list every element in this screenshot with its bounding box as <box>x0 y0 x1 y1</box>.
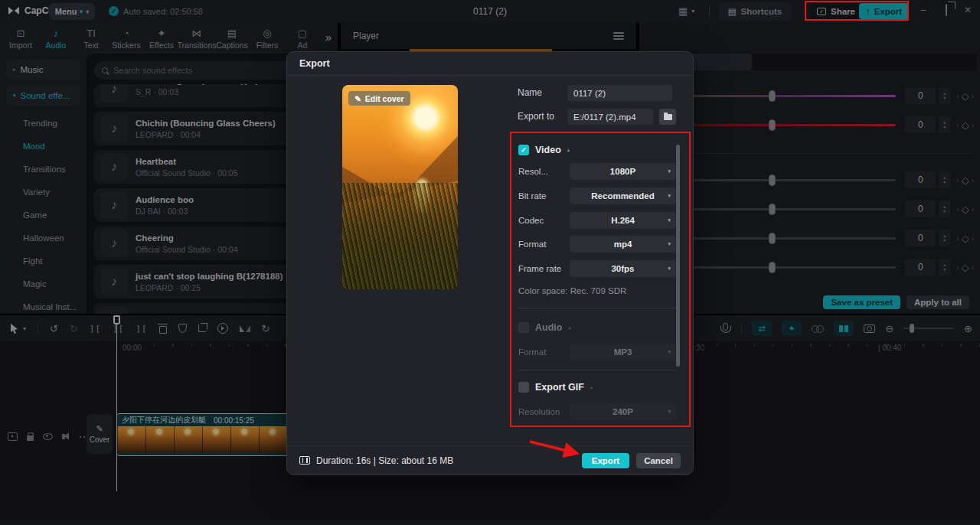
edit-cover-button[interactable]: ✎ Edit cover <box>348 91 410 106</box>
export-to-label: Export to <box>518 111 554 122</box>
pencil-icon: ✎ <box>354 94 361 103</box>
edit-cover-label: Edit cover <box>365 94 404 103</box>
export-summary: Duration: 16s | Size: about 16 MB <box>316 455 453 466</box>
dialog-footer: Duration: 16s | Size: about 16 MB Export… <box>287 445 693 474</box>
cancel-button[interactable]: Cancel <box>636 453 681 468</box>
film-icon <box>299 456 310 465</box>
dialog-title: Export <box>299 58 330 69</box>
dialog-header: Export <box>287 52 693 76</box>
annotation-box-share-export <box>805 1 909 21</box>
thumbnail-grass <box>342 183 458 289</box>
folder-icon <box>664 114 672 120</box>
browse-folder-button[interactable] <box>659 109 676 125</box>
export-path-input[interactable] <box>567 109 653 125</box>
cover-thumbnail: ✎ Edit cover <box>342 85 458 289</box>
annotation-box-video-settings <box>510 132 691 427</box>
name-label: Name <box>518 87 542 98</box>
name-input[interactable] <box>567 85 672 101</box>
annotation-arrow <box>527 436 593 461</box>
